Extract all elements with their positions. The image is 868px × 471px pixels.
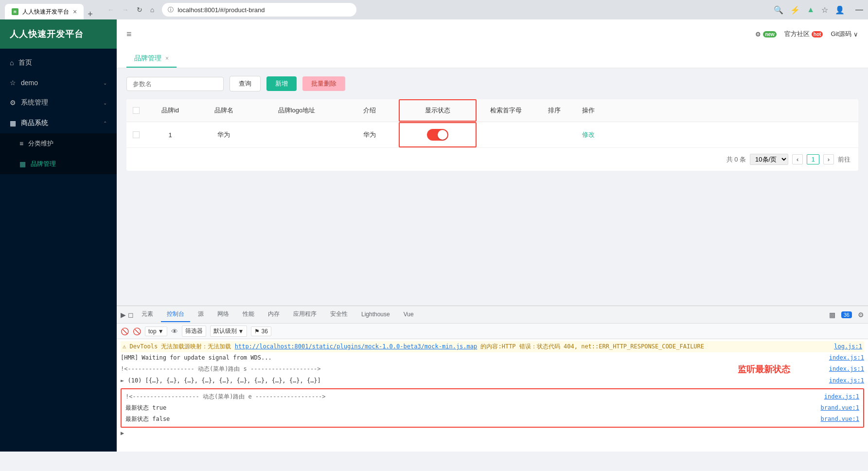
settings-button[interactable]: ⚙ new (755, 31, 776, 38)
toolbar: 查询 新增 批量删除 (126, 76, 858, 91)
sidebar-item-goods[interactable]: ▦ 商品系统 ⌃ (0, 113, 117, 133)
menu-toggle-button[interactable]: ≡ (126, 29, 132, 39)
top-label: top (148, 328, 157, 335)
sidebar-item-brand[interactable]: ▦ 品牌管理 (0, 154, 117, 174)
devtools-inspect-icon[interactable]: ◻ (128, 311, 134, 319)
community-label: 官方社区 (784, 30, 810, 38)
breadcrumb-tab-close[interactable]: × (165, 55, 169, 62)
reload-button[interactable]: ↻ (137, 6, 142, 14)
profile-icon[interactable]: 👤 (835, 5, 845, 15)
devtools-tab-elements[interactable]: 元素 (136, 307, 159, 322)
add-button[interactable]: 新增 (266, 76, 297, 91)
filter-icon[interactable]: ▩ (829, 311, 835, 319)
devtools-tab-security[interactable]: 安全性 (324, 307, 354, 322)
top-level-selector[interactable]: top ▼ (145, 326, 167, 336)
sidebar-item-label-category: 分类维护 (28, 139, 53, 148)
row-1-action: 修改 (574, 122, 603, 147)
row-1-show-status (399, 122, 477, 147)
devtools-toolbar: 🚫 🚫 top ▼ 👁 筛选器 默认级别 ▼ ⚑ 36 (117, 324, 868, 339)
batch-delete-button[interactable]: 批量删除 (302, 76, 345, 91)
settings-devtools-icon[interactable]: ⚙ (858, 311, 864, 319)
toggle-switch[interactable] (427, 129, 448, 141)
eye-icon[interactable]: 👁 (171, 327, 178, 335)
sidebar-item-demo[interactable]: ☆ demo ⌄ (0, 73, 117, 92)
address-bar[interactable]: ⓘ localhost:8001/#/product-brand (162, 3, 356, 17)
devtools: ▶ ◻ 元素 控制台 源 网络 性能 内存 应用程序 安全性 Lighthous… (117, 306, 868, 452)
devtools-tab-network[interactable]: 网络 (212, 307, 235, 322)
breadcrumb-tab-brand[interactable]: 品牌管理 × (126, 50, 177, 68)
log-level-selector[interactable]: 默认级别 ▼ (210, 326, 248, 337)
active-tab[interactable]: R 人人快速开发平台 × (5, 4, 84, 19)
search-icon[interactable]: 🔍 (774, 5, 783, 15)
current-page-button[interactable]: 1 (807, 154, 819, 164)
breadcrumb-tab-label: 品牌管理 (134, 54, 161, 63)
message-count: 36 (261, 328, 267, 335)
favorites-icon[interactable]: ☆ (821, 5, 828, 15)
filter-input[interactable]: 筛选器 (182, 326, 206, 337)
log-source-4[interactable]: index.js:1 (829, 376, 864, 385)
log-source-5[interactable]: index.js:1 (824, 392, 859, 401)
console-line-route-data: ► (10) [{…}, {…}, {…}, {…}, {…}, {…}, {…… (121, 375, 864, 386)
log-source-6[interactable]: brand.vue:1 (821, 403, 859, 413)
sidebar-item-system[interactable]: ⚙ 系统管理 ⌄ (0, 92, 117, 113)
home-button[interactable]: ⌂ (150, 6, 154, 14)
devtools-tab-performance[interactable]: 性能 (237, 307, 260, 322)
forward-button[interactable]: → (122, 6, 129, 14)
clear-console-icon[interactable]: 🚫 (121, 327, 129, 335)
page-size-select[interactable]: 10条/页 (750, 154, 788, 165)
log-source-1[interactable]: log.js:1 (834, 342, 862, 351)
chevron-up-icon: ⌃ (103, 121, 107, 126)
total-text: 共 0 条 (726, 155, 746, 164)
vuejs-devtools-icon[interactable]: ▲ (807, 5, 815, 14)
row-1-checkbox[interactable] (133, 131, 140, 138)
header-checkbox[interactable] (133, 107, 140, 114)
mock-map-link[interactable]: http://localhost:8001/static/plugins/moc… (235, 343, 478, 350)
log-source-3[interactable]: index.js:1 (829, 364, 864, 374)
top-arrow-icon: ▼ (158, 328, 164, 335)
hot-badge: hot (812, 31, 823, 37)
main-content: ≡ ⚙ new 官方社区 hot Git源码 ∨ 品牌管理 × (117, 19, 868, 452)
devtools-tab-sources[interactable]: 源 (192, 307, 210, 322)
devtools-tab-lighthouse[interactable]: Lighthouse (355, 308, 396, 322)
extensions-icon[interactable]: ⚡ (790, 5, 800, 15)
devtools-tab-console[interactable]: 控制台 (161, 307, 190, 322)
console-line-hmr: [HMR] Waiting for update signal from WDS… (121, 352, 864, 363)
col-action: 操作 (574, 99, 603, 122)
console-highlight-box: !<------------------- 动态(菜单)路由 e -------… (121, 388, 864, 428)
search-input[interactable] (126, 77, 224, 91)
tab-close-btn[interactable]: × (73, 8, 77, 16)
star-icon: ☆ (10, 79, 16, 87)
devtools-tab-application[interactable]: 应用程序 (287, 307, 322, 322)
filter-label: 筛选器 (185, 327, 203, 335)
maximize-button[interactable]: — (855, 5, 863, 14)
sidebar-item-home[interactable]: ⌂ 首页 (0, 53, 117, 73)
browser-nav-controls: ← → ↻ ⌂ ⓘ localhost:8001/#/product-brand (107, 3, 356, 17)
devtools-tab-vue[interactable]: Vue (398, 308, 420, 322)
prev-page-button[interactable]: ‹ (792, 154, 803, 164)
sidebar-item-category[interactable]: ≡ 分类维护 (0, 133, 117, 154)
col-intro: 介绍 (340, 99, 399, 122)
block-icon[interactable]: 🚫 (133, 327, 141, 335)
back-button[interactable]: ← (107, 6, 114, 14)
url-text: localhost:8001/#/product-brand (177, 6, 265, 14)
message-count-btn[interactable]: ⚑ 36 (251, 326, 271, 336)
status-true-text: 最新状态 true (125, 404, 166, 411)
log-source-7[interactable]: brand.vue:1 (821, 415, 859, 424)
new-badge: new (763, 31, 776, 37)
git-arrow-icon: ∨ (853, 31, 858, 38)
level-label: 默认级别 (213, 327, 237, 335)
git-button[interactable]: Git源码 ∨ (831, 30, 858, 38)
devtools-tab-memory[interactable]: 内存 (262, 307, 285, 322)
expand-arrow[interactable]: ► (121, 377, 124, 384)
devtools-body-wrapper: ⚠ DevTools 无法加载源映射：无法加载 http://localhost… (117, 339, 868, 452)
query-button[interactable]: 查询 (230, 76, 261, 91)
next-page-button[interactable]: › (823, 154, 834, 164)
new-tab-button[interactable]: + (85, 9, 96, 19)
community-button[interactable]: 官方社区 hot (784, 30, 823, 38)
edit-button[interactable]: 修改 (582, 130, 595, 139)
log-source-2[interactable]: index.js:1 (829, 353, 864, 362)
chevron-down-icon-2: ⌄ (103, 100, 107, 106)
flag-icon: ⚑ (254, 328, 260, 335)
devtools-cursor-icon[interactable]: ▶ (121, 311, 126, 319)
col-first-letter: 检索首字母 (477, 99, 535, 122)
